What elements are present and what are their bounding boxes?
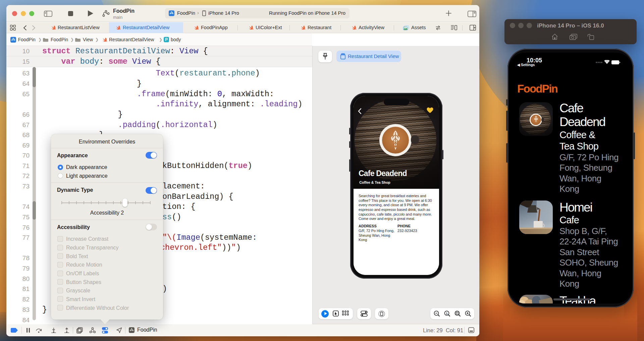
svg-text:1: 1 bbox=[446, 312, 447, 315]
